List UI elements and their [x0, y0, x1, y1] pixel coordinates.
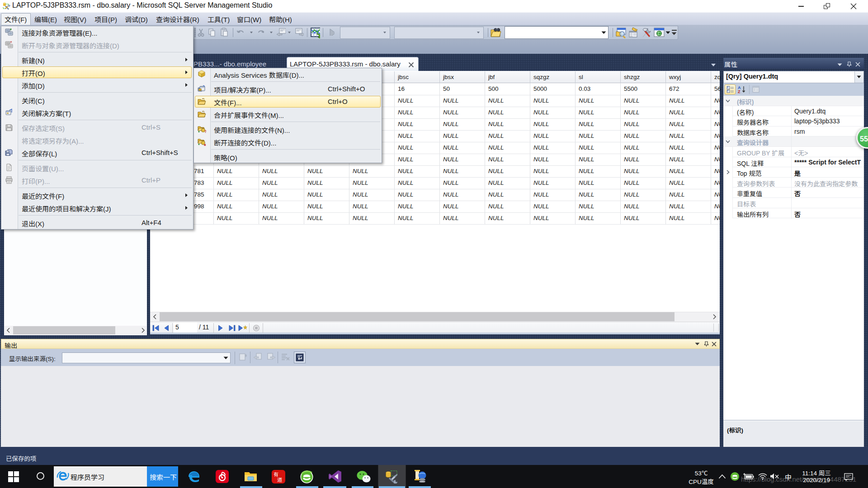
- svg-text:?: ?: [204, 129, 206, 133]
- svg-text:Z: Z: [738, 89, 741, 94]
- svg-text:道: 道: [277, 476, 282, 483]
